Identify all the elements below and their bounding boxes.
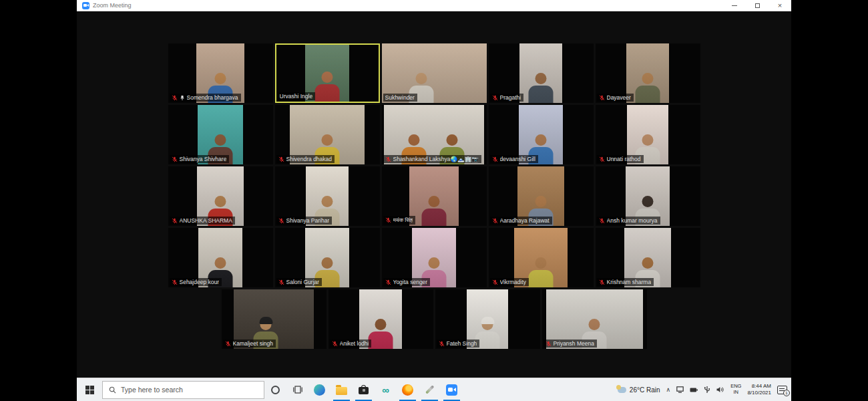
participant-name-tag: devaanshi Gill	[490, 155, 538, 163]
participant-name: Vikrmadity	[500, 279, 527, 285]
taskbar-icon-bag[interactable]	[353, 378, 375, 401]
participant-name-tag: Pragathi	[490, 94, 524, 102]
tray-device-icon[interactable]	[676, 386, 684, 393]
participant-tile[interactable]: Saloni Gurjar	[275, 228, 380, 287]
participant-name-tag: Ansh kumar mourya	[597, 217, 660, 225]
usb-icon[interactable]	[704, 386, 710, 394]
mic-muted-icon	[599, 95, 605, 101]
participant-tile[interactable]: Sehajdeep kour	[168, 228, 273, 287]
action-center-icon[interactable]: 1	[777, 386, 787, 394]
mic-muted-icon	[546, 341, 552, 347]
participant-tile[interactable]: Aniket lodhi	[329, 289, 433, 349]
participant-tile[interactable]: Pragathi	[489, 43, 594, 103]
participant-name-tag: Somendra bhargava	[170, 94, 241, 102]
participant-tile[interactable]: Vikrmadity	[489, 228, 594, 287]
mic-muted-icon	[385, 279, 391, 285]
taskbar-icon-file-explorer[interactable]	[331, 378, 353, 401]
participant-name: Aniket lodhi	[340, 340, 369, 347]
taskbar-icon-cortana[interactable]	[264, 378, 286, 401]
participant-name-tag: Kamaljeet singh	[223, 340, 276, 348]
language-indicator[interactable]: ENG IN	[730, 384, 741, 395]
maximize-button[interactable]	[746, 0, 769, 11]
participant-name: Sehajdeep kour	[180, 279, 220, 285]
participant-name-tag: Shivanya Shivhare	[170, 155, 230, 163]
taskbar-icon-edge[interactable]	[308, 378, 331, 401]
infinity-app-icon: ∞	[382, 385, 389, 395]
edge-browser-icon	[314, 384, 325, 396]
taskbar-icon-firefox[interactable]	[397, 378, 419, 401]
pin-icon	[180, 95, 185, 101]
participant-tile[interactable]: Krishnam sharma	[596, 228, 700, 287]
participant-tile[interactable]: ANUSHKA SHARMA	[168, 166, 273, 226]
battery-icon[interactable]	[690, 387, 698, 393]
participant-name: Dayaveer	[607, 94, 631, 101]
tile-row: Sehajdeep kour Saloni Gurjar	[168, 228, 700, 287]
weather-icon	[618, 387, 626, 393]
participant-name: Shivanya Parihar	[286, 217, 330, 224]
participant-tile[interactable]: Shivendra dhakad	[275, 105, 380, 164]
mic-muted-icon	[278, 156, 284, 162]
participant-name-tag: Shashankand Lakshya🌏🗻🏢📷	[383, 155, 481, 163]
participant-name-tag: Priyansh Meena	[544, 340, 597, 348]
window-controls: ×	[723, 0, 791, 11]
participant-name-tag: Fateh Singh	[437, 340, 480, 348]
participant-name-tag: Dayaveer	[597, 94, 634, 102]
taskbar-icon-zoom[interactable]	[441, 378, 463, 401]
mic-muted-icon	[172, 95, 178, 101]
participant-tile[interactable]: Ansh kumar mourya	[596, 166, 700, 226]
participant-tile[interactable]: Shivanya Shivhare	[168, 105, 273, 164]
title-bar: Zoom Meeting ×	[77, 0, 791, 11]
close-button[interactable]: ×	[769, 0, 791, 11]
participant-name: Urvashi Ingle	[280, 93, 313, 100]
participant-tile[interactable]: मयंक सिंह	[382, 166, 487, 226]
weather-widget[interactable]: 26°C Rain	[618, 386, 660, 394]
bag-app-icon	[359, 387, 369, 394]
tile-row: Somendra bhargava Urvashi Ingle Sukhwind…	[168, 43, 700, 103]
mic-muted-icon	[599, 218, 605, 224]
taskbar-icon-pencil[interactable]	[419, 378, 441, 401]
participant-video	[409, 166, 459, 226]
system-tray: 26°C Rain ∧ ENG IN 8:44 AM 8/10/2021	[618, 383, 791, 396]
taskbar-icon-infinity[interactable]: ∞	[375, 378, 397, 401]
participant-tile[interactable]: Fateh Singh	[435, 289, 540, 349]
mic-muted-icon	[439, 341, 445, 347]
participant-tile[interactable]: Unnati rathod	[596, 105, 700, 164]
participant-name: मयंक सिंह	[393, 217, 413, 224]
participant-tile[interactable]: Priyansh Meena	[542, 289, 647, 349]
participant-tile[interactable]: Kamaljeet singh	[222, 289, 327, 349]
taskbar-icon-task-view[interactable]	[286, 378, 308, 401]
participant-tile[interactable]: Shashankand Lakshya🌏🗻🏢📷	[382, 105, 487, 164]
speaker-icon[interactable]	[716, 386, 724, 393]
clock-widget[interactable]: 8:44 AM 8/10/2021	[747, 383, 771, 396]
cortana-icon	[271, 386, 280, 394]
participant-name-tag: Sukhwinder	[383, 94, 417, 102]
participant-tile[interactable]: Yogita senger	[382, 228, 487, 287]
maximize-icon	[755, 3, 760, 8]
participant-name: Unnati rathod	[607, 156, 641, 162]
mic-muted-icon	[599, 279, 605, 285]
mic-muted-icon	[172, 218, 178, 224]
mic-muted-icon	[225, 341, 231, 347]
participant-tile[interactable]: Sukhwinder	[382, 43, 487, 103]
start-button[interactable]	[77, 378, 102, 401]
chevron-up-icon[interactable]: ∧	[666, 386, 671, 393]
participant-name-tag: Shivendra dhakad	[276, 155, 335, 163]
participant-tile[interactable]: Aaradhaya Rajawat	[489, 166, 594, 226]
participant-name: Somendra bhargava	[187, 94, 238, 101]
video-grid: Somendra bhargava Urvashi Ingle Sukhwind…	[77, 43, 791, 349]
participant-name: devaanshi Gill	[500, 156, 535, 162]
participant-tile[interactable]: Somendra bhargava	[168, 43, 273, 103]
mic-muted-icon	[278, 279, 284, 285]
taskbar-search-input[interactable]: Type here to search	[102, 381, 264, 399]
participant-tile[interactable]: devaanshi Gill	[489, 105, 594, 164]
pencil-app-icon	[425, 385, 434, 394]
mic-muted-icon	[172, 279, 178, 285]
minimize-button[interactable]	[723, 0, 746, 11]
participant-name-tag: Aniket lodhi	[330, 340, 372, 348]
participant-name: Yogita senger	[393, 279, 428, 285]
task-view-icon	[293, 386, 302, 394]
participant-tile[interactable]: Dayaveer	[596, 43, 700, 103]
participant-tile[interactable]: Urvashi Ingle	[275, 43, 380, 103]
zoom-window: Zoom Meeting × Somen	[77, 0, 791, 401]
participant-tile[interactable]: Shivanya Parihar	[275, 166, 380, 226]
